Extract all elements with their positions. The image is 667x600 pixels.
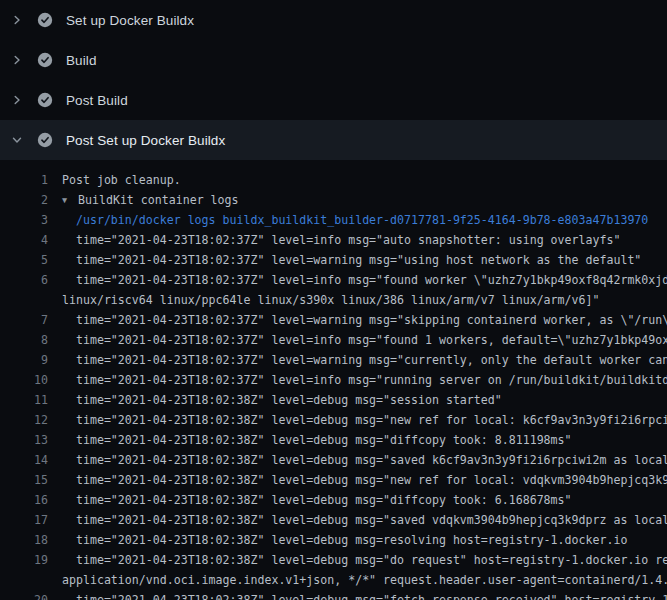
log-line-text: time="2021-04-23T18:02:38Z" level=debug … [62, 413, 667, 427]
log-row: 8 time="2021-04-23T18:02:37Z" level=info… [0, 330, 667, 350]
check-circle-icon [37, 132, 53, 148]
log-row: 15 time="2021-04-23T18:02:38Z" level=deb… [0, 470, 667, 490]
log-row: 14 time="2021-04-23T18:02:38Z" level=deb… [0, 450, 667, 470]
log-row: 19 time="2021-04-23T18:02:38Z" level=deb… [0, 550, 667, 570]
log-row: 6 time="2021-04-23T18:02:37Z" level=info… [0, 270, 667, 290]
check-circle-icon [37, 52, 53, 68]
log-line-number[interactable]: 12 [0, 413, 48, 427]
log-row: 1 Post job cleanup. [0, 170, 667, 190]
log-line-number[interactable]: 10 [0, 373, 48, 387]
log-line-text: time="2021-04-23T18:02:37Z" level=warnin… [62, 353, 667, 367]
log-line-text: Post job cleanup. [62, 173, 181, 187]
log-line-text: time="2021-04-23T18:02:37Z" level=info m… [62, 233, 620, 247]
log-row: 20 time="2021-04-23T18:02:38Z" level=deb… [0, 590, 667, 600]
log-line-text: ▼BuildKit container logs [62, 193, 239, 207]
log-line-text: time="2021-04-23T18:02:38Z" level=debug … [62, 433, 572, 447]
log-row: 12 time="2021-04-23T18:02:38Z" level=deb… [0, 410, 667, 430]
log-line-number[interactable]: 5 [0, 253, 48, 267]
expander-triangle-icon[interactable]: ▼ [62, 195, 78, 205]
log-row: 9 time="2021-04-23T18:02:37Z" level=warn… [0, 350, 667, 370]
log-area: 1 Post job cleanup. 2 ▼BuildKit containe… [0, 160, 667, 600]
log-line-text: time="2021-04-23T18:02:38Z" level=debug … [62, 533, 627, 547]
log-line-text: time="2021-04-23T18:02:37Z" level=info m… [62, 273, 667, 287]
log-line-text: time="2021-04-23T18:02:38Z" level=debug … [62, 473, 667, 487]
step-row-post-build[interactable]: Post Build [0, 80, 667, 120]
log-line-text: time="2021-04-23T18:02:38Z" level=debug … [62, 393, 502, 407]
log-row: 11 time="2021-04-23T18:02:38Z" level=deb… [0, 390, 667, 410]
steps-list: Set up Docker Buildx Build P [0, 0, 667, 160]
log-line-text: time="2021-04-23T18:02:38Z" level=debug … [62, 453, 667, 467]
log-line-number[interactable]: 1 [0, 173, 48, 187]
log-line-number[interactable]: 6 [0, 273, 48, 287]
log-line-text: time="2021-04-23T18:02:37Z" level=warnin… [62, 313, 667, 327]
log-line-text: /usr/bin/docker logs buildx_buildkit_bui… [62, 213, 648, 227]
log-line-number[interactable]: 2 [0, 193, 48, 207]
chevron-right-icon [9, 92, 25, 108]
log-row: linux/riscv64 linux/ppc64le linux/s390x … [0, 290, 667, 310]
log-row: 18 time="2021-04-23T18:02:38Z" level=deb… [0, 530, 667, 550]
log-line-text: application/vnd.oci.image.index.v1+json,… [62, 573, 667, 587]
log-line-text: time="2021-04-23T18:02:37Z" level=warnin… [62, 253, 641, 267]
log-line-number[interactable]: 16 [0, 493, 48, 507]
log-line-text: linux/riscv64 linux/ppc64le linux/s390x … [62, 293, 599, 307]
log-row: 7 time="2021-04-23T18:02:37Z" level=warn… [0, 310, 667, 330]
log-row: 17 time="2021-04-23T18:02:38Z" level=deb… [0, 510, 667, 530]
log-row: 2 ▼BuildKit container logs [0, 190, 667, 210]
log-row: 10 time="2021-04-23T18:02:37Z" level=inf… [0, 370, 667, 390]
log-line-number[interactable]: 13 [0, 433, 48, 447]
step-row-build[interactable]: Build [0, 40, 667, 80]
log-line-number[interactable]: 11 [0, 393, 48, 407]
log-line-number[interactable]: 19 [0, 553, 48, 567]
log-row: 16 time="2021-04-23T18:02:38Z" level=deb… [0, 490, 667, 510]
log-line-number[interactable]: 3 [0, 213, 48, 227]
log-line-number[interactable]: 8 [0, 333, 48, 347]
check-circle-icon [37, 12, 53, 28]
log-line-number[interactable]: 14 [0, 453, 48, 467]
log-line-number[interactable]: 4 [0, 233, 48, 247]
chevron-right-icon [9, 52, 25, 68]
log-row: application/vnd.oci.image.index.v1+json,… [0, 570, 667, 590]
log-line-text: time="2021-04-23T18:02:38Z" level=debug … [62, 593, 667, 600]
chevron-right-icon [9, 12, 25, 28]
log-row: 4 time="2021-04-23T18:02:37Z" level=info… [0, 230, 667, 250]
log-line-number[interactable]: 7 [0, 313, 48, 327]
log-row: 3 /usr/bin/docker logs buildx_buildkit_b… [0, 210, 667, 230]
log-line-number[interactable]: 17 [0, 513, 48, 527]
log-line-number[interactable]: 9 [0, 353, 48, 367]
step-label: Build [66, 53, 97, 68]
log-line-text: time="2021-04-23T18:02:38Z" level=debug … [62, 493, 572, 507]
log-line-number[interactable]: 15 [0, 473, 48, 487]
log-line-text: time="2021-04-23T18:02:38Z" level=debug … [62, 513, 667, 527]
log-row: 13 time="2021-04-23T18:02:38Z" level=deb… [0, 430, 667, 450]
log-line-number[interactable]: 20 [0, 593, 48, 600]
check-circle-icon [37, 92, 53, 108]
step-label: Post Set up Docker Buildx [66, 133, 225, 148]
log-line-text: time="2021-04-23T18:02:38Z" level=debug … [62, 553, 667, 567]
step-label: Set up Docker Buildx [66, 13, 194, 28]
log-row: 5 time="2021-04-23T18:02:37Z" level=warn… [0, 250, 667, 270]
chevron-down-icon [9, 132, 25, 148]
log-line-text: time="2021-04-23T18:02:37Z" level=info m… [62, 373, 667, 387]
log-line-text: time="2021-04-23T18:02:37Z" level=info m… [62, 333, 667, 347]
step-row-set-up-docker-buildx[interactable]: Set up Docker Buildx [0, 0, 667, 40]
step-label: Post Build [66, 93, 128, 108]
step-row-post-set-up-docker-buildx[interactable]: Post Set up Docker Buildx [0, 120, 667, 160]
log-line-number[interactable]: 18 [0, 533, 48, 547]
